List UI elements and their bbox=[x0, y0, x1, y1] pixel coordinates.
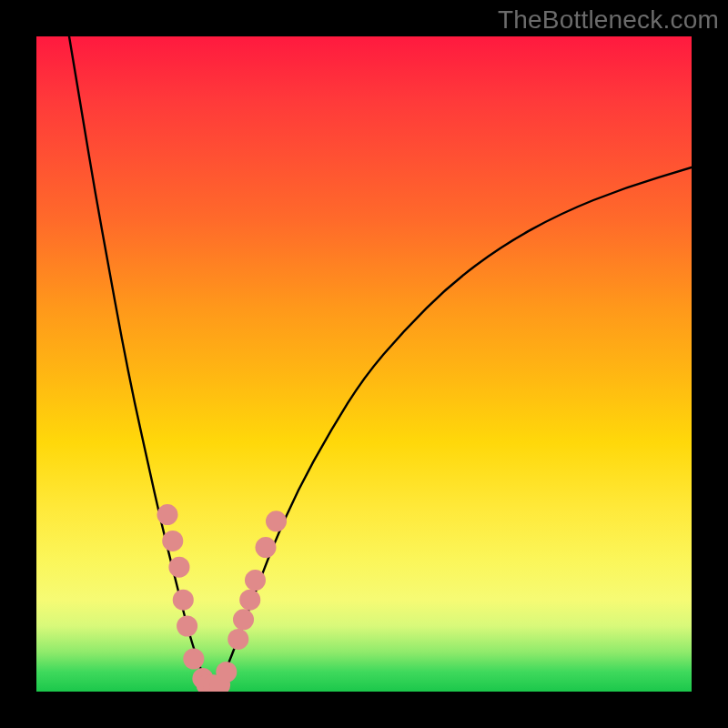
dot bbox=[203, 674, 224, 692]
dot bbox=[228, 629, 248, 650]
series-left-branch bbox=[69, 36, 207, 685]
dot bbox=[173, 590, 194, 611]
dot bbox=[245, 570, 266, 591]
curve-lines bbox=[69, 36, 692, 685]
dot bbox=[162, 531, 183, 551]
highlight-dots bbox=[157, 504, 287, 692]
series-right-branch bbox=[220, 167, 692, 685]
dot bbox=[192, 668, 213, 689]
plot-area bbox=[36, 36, 692, 692]
dot bbox=[157, 504, 177, 525]
dot bbox=[255, 537, 276, 558]
dot bbox=[266, 511, 287, 531]
dot bbox=[183, 648, 204, 669]
dot bbox=[177, 615, 197, 636]
chart-frame: TheBottleneck.com bbox=[0, 0, 728, 728]
dot bbox=[233, 609, 254, 630]
dot bbox=[216, 662, 237, 682]
dot bbox=[197, 674, 217, 692]
dot bbox=[168, 557, 189, 578]
dot bbox=[209, 674, 230, 692]
watermark-text: TheBottleneck.com bbox=[498, 5, 719, 35]
dot bbox=[239, 590, 260, 611]
chart-svg bbox=[36, 36, 692, 692]
